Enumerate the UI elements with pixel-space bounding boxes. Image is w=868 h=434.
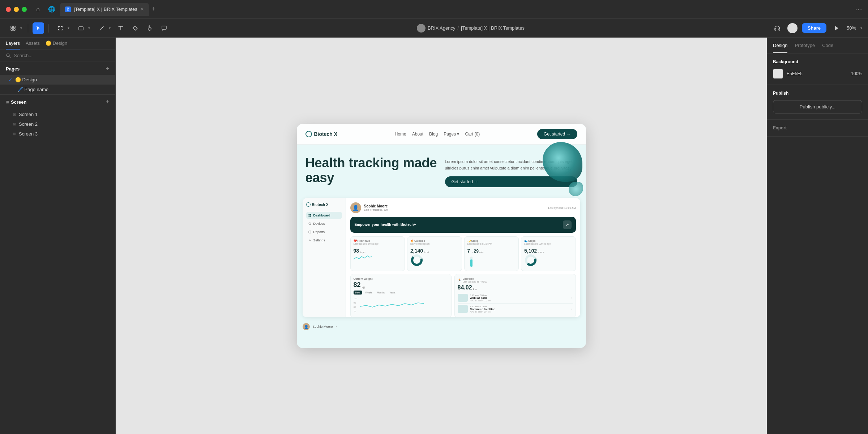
dash-empower-arrow-icon[interactable]: ↗ xyxy=(563,220,572,229)
comment-tool[interactable] xyxy=(158,22,170,34)
more-icon[interactable]: ⋯ xyxy=(855,5,862,14)
right-tab-code[interactable]: Code xyxy=(822,38,833,53)
background-swatch[interactable] xyxy=(773,69,783,79)
exercise-thumb-1 xyxy=(458,294,468,302)
right-tab-design[interactable]: Design xyxy=(773,38,787,53)
right-panel-tabs: Design Prototype Code xyxy=(767,38,868,53)
svg-rect-2 xyxy=(11,29,13,30)
nav-pages[interactable]: Pages ▾ xyxy=(444,132,459,137)
user-avatar[interactable] xyxy=(787,23,798,33)
dashboard-footer: 👤 Sophie Moore › xyxy=(297,323,586,333)
dash-main: 👤 Sophie Moore San Francisco, CA Last sy… xyxy=(346,198,580,317)
exercise-icon: 🏃 xyxy=(458,279,461,282)
search-input[interactable] xyxy=(14,53,110,58)
nav-blog[interactable]: Blog xyxy=(429,132,438,137)
page-item-design[interactable]: ✓ 🟡 Design xyxy=(0,75,115,85)
page-pagename-label: 🖊️ Page name xyxy=(17,87,48,92)
tool-group-transform: ▾ xyxy=(6,22,23,34)
component-tool[interactable] xyxy=(129,22,141,34)
screen-item-2[interactable]: ⊞ Screen 2 xyxy=(0,119,115,129)
dash-menu-reports[interactable]: Reports xyxy=(306,228,342,236)
zoom-level[interactable]: 50% xyxy=(847,25,856,31)
tab-assets[interactable]: Assets xyxy=(26,40,40,50)
share-button[interactable]: Share xyxy=(802,23,826,33)
exercise-item-2[interactable]: 7:30 am - 8:10 am Commute to office AVG … xyxy=(458,304,573,314)
tool-chevron[interactable]: ▾ xyxy=(20,26,22,30)
tool-group-shape: ▾ xyxy=(74,22,91,34)
tab-add-icon[interactable]: + xyxy=(152,5,156,13)
frame-chevron[interactable]: ▾ xyxy=(68,26,69,30)
right-tab-prototype[interactable]: Prototype xyxy=(795,38,815,53)
globe-icon[interactable]: 🌐 xyxy=(46,4,57,15)
dash-user-header: 👤 Sophie Moore San Francisco, CA Last sy… xyxy=(350,202,576,213)
calories-label: 🔥 Calories xyxy=(410,239,459,242)
sleep-value-min: 29 xyxy=(474,249,479,254)
pages-add-icon[interactable]: + xyxy=(106,65,110,73)
pages-title: Pages xyxy=(6,66,20,72)
play-icon[interactable] xyxy=(831,22,842,34)
reports-icon xyxy=(308,231,311,233)
move-tool[interactable] xyxy=(7,22,19,34)
calories-donut-chart xyxy=(410,254,423,267)
dash-menu-settings[interactable]: Settings xyxy=(306,237,342,244)
weight-tab-months[interactable]: Months xyxy=(375,291,386,295)
stat-heart-rate: ❤️ Heart rate Last updated 5mins ago 98 … xyxy=(350,236,405,271)
hand-tool[interactable] xyxy=(144,22,155,34)
dash-menu-devices[interactable]: Devices xyxy=(306,220,342,227)
zoom-chevron[interactable]: ▾ xyxy=(860,26,862,30)
text-tool[interactable] xyxy=(115,22,127,34)
svg-rect-1 xyxy=(13,26,15,28)
tab-layers[interactable]: Layers xyxy=(6,40,20,50)
screen-item-3[interactable]: ⊞ Screen 3 xyxy=(0,129,115,139)
background-hex[interactable]: E5E5E5 xyxy=(787,71,847,76)
screen3-grid-icon: ⊞ xyxy=(13,132,16,136)
minimize-button[interactable] xyxy=(14,7,19,12)
page-design-label: 🟡 Design xyxy=(15,77,37,82)
select-tool[interactable] xyxy=(33,22,44,34)
background-opacity[interactable]: 100% xyxy=(851,71,862,76)
frame-tool[interactable] xyxy=(55,22,66,34)
background-row: E5E5E5 100% xyxy=(773,69,862,79)
steps-donut-chart xyxy=(524,254,537,267)
home-icon[interactable]: ⌂ xyxy=(33,4,43,15)
pen-chevron[interactable]: ▾ xyxy=(109,26,111,30)
publish-button[interactable]: Publish publicly... xyxy=(773,100,862,113)
nav-about[interactable]: About xyxy=(412,132,423,137)
exercise-arrow-2[interactable]: › xyxy=(572,308,573,311)
tab-close-icon[interactable]: ✕ xyxy=(140,7,144,12)
browser-tab[interactable]: B [Template] X | BRIX Templates ✕ xyxy=(60,3,149,16)
dash-menu-dashboard[interactable]: Dashboard xyxy=(306,212,342,219)
fullscreen-button[interactable] xyxy=(22,7,27,12)
page-item-pagename[interactable]: 🖊️ Page name xyxy=(0,85,115,94)
svg-rect-10 xyxy=(58,29,59,30)
shape-tool[interactable] xyxy=(75,22,87,34)
canvas[interactable]: Biotech X Home About Blog Pages ▾ Cart (… xyxy=(116,38,767,434)
svg-rect-15 xyxy=(308,214,309,215)
breadcrumb-separator: / xyxy=(457,25,459,31)
publish-section: Publish Publish publicly... xyxy=(767,85,868,120)
close-button[interactable] xyxy=(6,7,11,12)
tab-design[interactable]: 🟡 Design xyxy=(46,40,67,50)
weight-tab-years[interactable]: Years xyxy=(388,291,397,295)
pen-tool[interactable] xyxy=(96,22,107,34)
dash-dashboard-label: Dashboard xyxy=(313,214,330,217)
screen-add-icon[interactable]: + xyxy=(106,98,110,106)
screen-item-1[interactable]: ⊞ Screen 1 xyxy=(0,109,115,119)
weight-tab-weeks[interactable]: Weeks xyxy=(363,291,374,295)
panel-search xyxy=(0,50,115,61)
nav-home[interactable]: Home xyxy=(395,132,406,137)
nav-cart[interactable]: Cart (0) xyxy=(465,132,480,137)
dash-empower-text: Empower your health with Biotech+ xyxy=(355,222,416,227)
stat-sleep: 🌙 Sleep Last updated at 7:05AM 7 hr 29 m… xyxy=(464,236,519,271)
nav-cta-button[interactable]: Get started → xyxy=(537,129,577,139)
exercise-item-1[interactable]: 5:30 am - 7:00 am Walk at park AVG 87 BM… xyxy=(458,292,573,304)
footer-arrow: › xyxy=(336,325,337,328)
devices-icon xyxy=(308,222,311,225)
shape-chevron[interactable]: ▾ xyxy=(88,26,90,30)
dash-logo: Biotech X xyxy=(306,202,342,207)
export-section: Export xyxy=(767,120,868,137)
weight-tab-days[interactable]: Days xyxy=(354,291,363,295)
headphones-icon[interactable] xyxy=(771,22,783,34)
exercise-arrow-1[interactable]: › xyxy=(572,296,573,300)
svg-point-14 xyxy=(7,54,9,57)
